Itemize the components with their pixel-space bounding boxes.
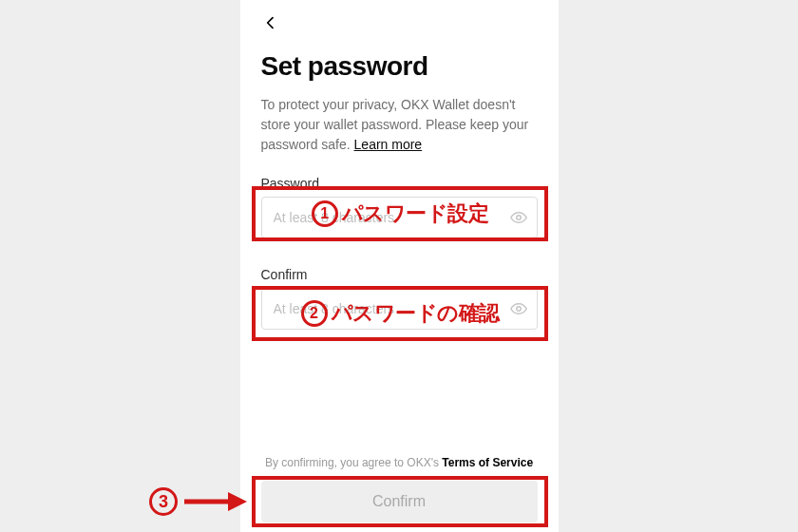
- set-password-card: Set password To protect your privacy, OK…: [240, 0, 559, 532]
- eye-icon: [510, 300, 527, 317]
- terms-of-service-link[interactable]: Terms of Service: [442, 456, 533, 469]
- password-input[interactable]: [261, 197, 538, 238]
- learn-more-link[interactable]: Learn more: [354, 137, 423, 152]
- toggle-confirm-visibility[interactable]: [509, 299, 528, 318]
- password-label: Password: [261, 176, 538, 191]
- terms-prefix: By confirming, you agree to OKX's: [265, 456, 442, 469]
- password-input-wrap: [261, 197, 538, 238]
- page-title: Set password: [261, 51, 538, 82]
- eye-icon: [510, 209, 527, 226]
- confirm-input[interactable]: [261, 288, 538, 330]
- confirm-input-wrap: [261, 288, 538, 330]
- back-button[interactable]: [259, 11, 282, 34]
- confirm-button[interactable]: Confirm: [261, 481, 538, 522]
- confirm-label: Confirm: [261, 267, 538, 282]
- annotation-3-number: 3: [149, 487, 178, 516]
- spacer: [261, 358, 538, 456]
- terms-text: By confirming, you agree to OKX's Terms …: [261, 456, 538, 469]
- svg-point-1: [516, 307, 521, 312]
- svg-point-0: [516, 216, 521, 220]
- chevron-left-icon: [263, 15, 278, 30]
- description: To protect your privacy, OKX Wallet does…: [261, 95, 538, 155]
- annotation-3-arrow: [182, 490, 249, 513]
- toggle-password-visibility[interactable]: [509, 208, 528, 227]
